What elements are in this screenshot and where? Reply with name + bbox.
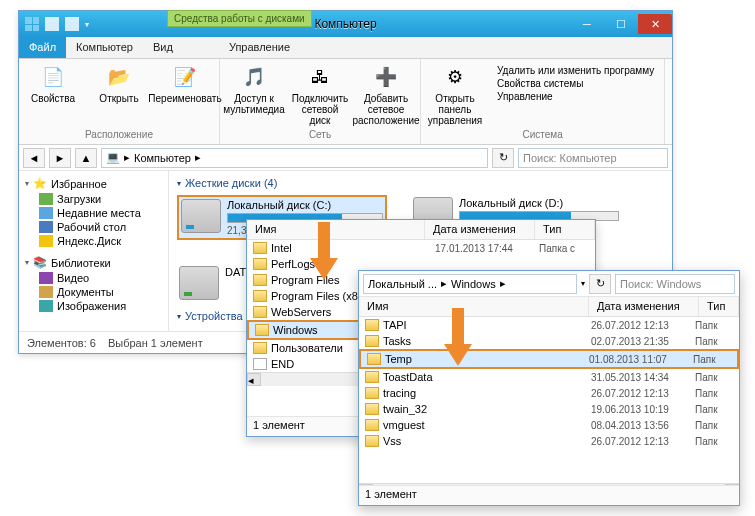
close-button[interactable]: ✕	[638, 14, 672, 34]
tab-view[interactable]: Вид	[143, 37, 183, 58]
explorer-window-windows-folder: Локальный ...▸ Windows▸ ▾ ↻ Поиск: Windo…	[358, 270, 740, 506]
app-logo-icon	[25, 17, 39, 31]
col-date[interactable]: Дата изменения	[589, 297, 699, 316]
search-input[interactable]: Поиск: Компьютер	[518, 148, 668, 168]
minimize-button[interactable]: ─	[570, 14, 604, 34]
refresh-button[interactable]: ↻	[589, 274, 611, 294]
computer-icon: 💻	[106, 151, 120, 164]
status-selection: Выбран 1 элемент	[108, 337, 203, 349]
folder-icon	[365, 387, 379, 399]
drive-label: Локальный диск (C:)	[227, 199, 383, 211]
refresh-button[interactable]: ↻	[492, 148, 514, 168]
status-bar: 1 элемент	[359, 485, 739, 505]
folder-icon	[365, 435, 379, 447]
list-item[interactable]: Intel17.01.2013 17:44Папка с	[247, 240, 595, 256]
folder-icon	[253, 274, 267, 286]
folder-icon	[255, 324, 269, 336]
window-title: Компьютер	[314, 17, 376, 31]
add-network-location-button[interactable]: ➕Добавить сетевое расположение	[358, 63, 414, 129]
ribbon-group-caption: Система	[427, 129, 658, 140]
media-access-button[interactable]: 🎵Доступ к мультимедиа	[226, 63, 282, 129]
breadcrumb-segment[interactable]: Локальный ...	[368, 278, 437, 290]
ribbon-tabs: Файл Компьютер Вид Управление	[19, 37, 672, 59]
address-bar-row: ◄ ► ▲ 💻 ▸ Компьютер ▸ ↻ Поиск: Компьютер	[19, 145, 672, 171]
folder-icon	[365, 335, 379, 347]
list-item[interactable]: tracing26.07.2012 12:13Папк	[359, 385, 739, 401]
system-properties-link[interactable]: Свойства системы	[497, 78, 654, 89]
folder-icon	[365, 419, 379, 431]
list-item[interactable]: ToastData31.05.2013 14:34Папк	[359, 369, 739, 385]
column-headers: Имя Дата изменения Тип	[359, 297, 739, 317]
breadcrumb[interactable]: Локальный ...▸ Windows▸	[363, 274, 577, 294]
folder-icon	[367, 353, 381, 365]
nav-downloads[interactable]: Загрузки	[25, 192, 162, 206]
titlebar[interactable]: ▾ Средства работы с дисками Компьютер ─ …	[19, 11, 672, 37]
status-count: Элементов: 6	[27, 337, 96, 349]
nav-videos[interactable]: Видео	[25, 271, 162, 285]
breadcrumb-segment[interactable]: Windows	[451, 278, 496, 290]
list-item[interactable]: vmguest08.04.2013 13:56Папк	[359, 417, 739, 433]
folder-icon	[253, 290, 267, 302]
folder-icon	[365, 403, 379, 415]
favorites-header[interactable]: Избранное	[51, 178, 107, 190]
ribbon-group-caption: Расположение	[25, 129, 213, 140]
drive-tools-tab[interactable]: Средства работы с дисками	[167, 10, 312, 27]
folder-icon	[253, 306, 267, 318]
nav-recent[interactable]: Недавние места	[25, 206, 162, 220]
col-type[interactable]: Тип	[535, 220, 595, 239]
back-button[interactable]: ◄	[23, 148, 45, 168]
folder-list: TAPI26.07.2012 12:13Папк Tasks02.07.2013…	[359, 317, 739, 483]
col-name[interactable]: Имя	[247, 220, 425, 239]
manage-link[interactable]: Управление	[497, 91, 654, 102]
maximize-button[interactable]: ☐	[604, 14, 638, 34]
uninstall-program-link[interactable]: Удалить или изменить программу	[497, 65, 654, 76]
list-item-temp[interactable]: Temp01.08.2013 11:07Папк	[359, 349, 739, 369]
address-bar-row: Локальный ...▸ Windows▸ ▾ ↻ Поиск: Windo…	[359, 271, 739, 297]
list-item[interactable]: TAPI26.07.2012 12:13Папк	[359, 317, 739, 333]
nav-pictures[interactable]: Изображения	[25, 299, 162, 313]
star-icon: ⭐	[33, 177, 47, 190]
drives-section-header[interactable]: Жесткие диски (4)	[185, 177, 277, 189]
map-drive-button[interactable]: 🖧Подключить сетевой диск	[292, 63, 348, 129]
qat-icon[interactable]	[65, 17, 79, 31]
folder-icon	[253, 242, 267, 254]
folder-icon	[253, 258, 267, 270]
up-button[interactable]: ▲	[75, 148, 97, 168]
list-item[interactable]: Vss26.07.2012 12:13Папк	[359, 433, 739, 449]
nav-desktop[interactable]: Рабочий стол	[25, 220, 162, 234]
col-name[interactable]: Имя	[359, 297, 589, 316]
nav-yandex-disk[interactable]: Яндекс.Диск	[25, 234, 162, 248]
breadcrumb-segment[interactable]: Компьютер	[134, 152, 191, 164]
drive-icon	[179, 266, 219, 300]
folder-icon	[253, 358, 267, 370]
control-panel-button[interactable]: ⚙Открыть панель управления	[427, 63, 483, 129]
ribbon: 📄Свойства 📂Открыть 📝Переименовать Распол…	[19, 59, 672, 145]
breadcrumb[interactable]: 💻 ▸ Компьютер ▸	[101, 148, 488, 168]
list-item[interactable]: twain_3219.06.2013 10:19Папк	[359, 401, 739, 417]
folder-icon	[253, 342, 267, 354]
drive-icon	[181, 199, 221, 233]
qat-icon[interactable]	[45, 17, 59, 31]
list-item[interactable]: Tasks02.07.2013 21:35Папк	[359, 333, 739, 349]
tab-file[interactable]: Файл	[19, 37, 66, 58]
forward-button[interactable]: ►	[49, 148, 71, 168]
search-input[interactable]: Поиск: Windows	[615, 274, 735, 294]
col-date[interactable]: Дата изменения	[425, 220, 535, 239]
folder-icon	[365, 319, 379, 331]
nav-documents[interactable]: Документы	[25, 285, 162, 299]
rename-button[interactable]: 📝Переименовать	[157, 63, 213, 129]
tab-manage[interactable]: Управление	[219, 37, 300, 58]
libraries-icon: 📚	[33, 256, 47, 269]
column-headers: Имя Дата изменения Тип	[247, 220, 595, 240]
ribbon-group-caption: Сеть	[226, 129, 414, 140]
col-type[interactable]: Тип	[699, 297, 739, 316]
libraries-header[interactable]: Библиотеки	[51, 257, 111, 269]
folder-icon	[365, 371, 379, 383]
drive-label: Локальный диск (D:)	[459, 197, 619, 209]
open-button[interactable]: 📂Открыть	[91, 63, 147, 129]
tab-computer[interactable]: Компьютер	[66, 37, 143, 58]
navigation-pane: ▾⭐Избранное Загрузки Недавние места Рабо…	[19, 171, 169, 331]
properties-button[interactable]: 📄Свойства	[25, 63, 81, 129]
qat-dropdown-icon[interactable]: ▾	[85, 20, 89, 29]
